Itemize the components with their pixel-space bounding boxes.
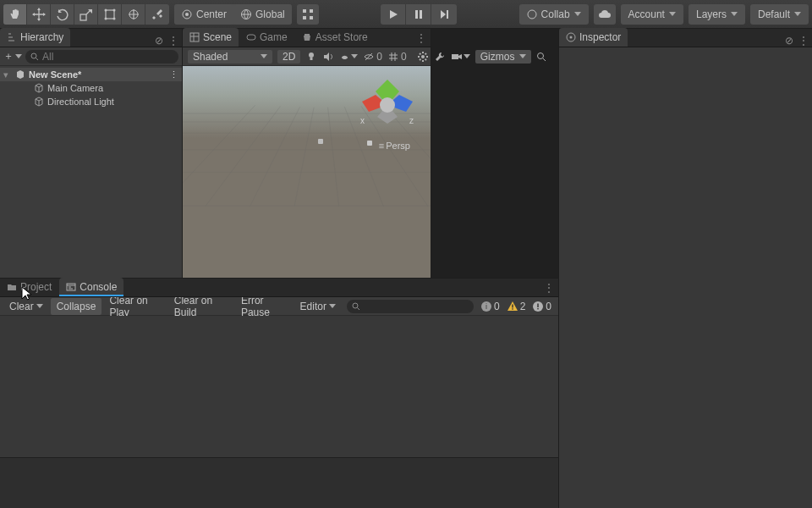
create-button[interactable]: ＋ <box>3 49 22 64</box>
svg-rect-19 <box>190 33 199 41</box>
cloud-button[interactable] <box>594 4 616 25</box>
hierarchy-icon <box>7 32 17 42</box>
camera-toggle[interactable] <box>451 49 470 64</box>
account-label: Account <box>628 8 665 20</box>
step-button[interactable] <box>431 4 457 25</box>
lighting-toggle[interactable] <box>305 49 317 64</box>
handle-rotation[interactable]: Global <box>233 4 292 25</box>
hand-tool[interactable] <box>3 4 27 25</box>
globe-icon <box>240 8 252 20</box>
inspector-body <box>559 47 812 508</box>
scale-tool[interactable] <box>74 4 98 25</box>
custom-tool[interactable] <box>145 4 169 25</box>
context-menu-icon[interactable]: ⋮ <box>168 35 178 47</box>
svg-rect-53 <box>538 308 539 309</box>
collapse-toggle[interactable]: Collapse <box>51 298 102 315</box>
context-menu-icon[interactable]: ⋮ <box>169 69 178 80</box>
tree-item[interactable]: Main Camera <box>0 81 182 95</box>
caret-icon <box>519 54 526 58</box>
eye-off-icon <box>363 51 375 63</box>
play-button[interactable] <box>381 4 406 25</box>
svg-rect-22 <box>310 58 313 60</box>
rotate-tool[interactable] <box>51 4 74 25</box>
svg-point-25 <box>538 52 544 58</box>
gizmos-dropdown[interactable]: Gizmos <box>475 50 532 64</box>
context-menu-icon[interactable]: ⋮ <box>415 32 427 44</box>
2d-toggle[interactable]: 2D <box>277 50 300 64</box>
svg-line-26 <box>183 105 255 207</box>
unity-logo-icon <box>15 69 25 80</box>
lock-icon[interactable]: ⊘ <box>155 35 163 47</box>
tools-icon <box>151 8 164 21</box>
scene-tabstrip: Scene Game Asset Store ⋮ <box>183 29 431 47</box>
collab-dropdown[interactable]: Collab <box>519 4 589 25</box>
camera-icon <box>451 51 463 63</box>
account-dropdown[interactable]: Account <box>621 4 683 25</box>
tree-item[interactable]: Directional Light <box>0 95 182 108</box>
lock-icon[interactable]: ⊘ <box>785 35 793 47</box>
tools-settings[interactable] <box>434 49 446 64</box>
layout-dropdown[interactable]: Default <box>750 4 809 25</box>
hidden-toggle[interactable]: 0 <box>363 49 382 64</box>
inspector-tabstrip: Inspector ⊘ ⋮ <box>559 29 812 47</box>
svg-rect-0 <box>80 14 86 20</box>
projection-toggle[interactable]: ≡ Persp <box>379 141 410 151</box>
snap-toggle[interactable] <box>297 4 319 25</box>
foldout-icon[interactable]: ▾ <box>3 69 12 80</box>
collapse-label: Collapse <box>57 301 96 312</box>
move-tool[interactable] <box>27 4 51 25</box>
snap-icon <box>301 8 315 21</box>
orientation-gizmo[interactable]: x z <box>357 75 418 135</box>
clear-button[interactable]: Clear <box>3 298 49 315</box>
grid-toggle[interactable]: 0 <box>387 49 407 64</box>
editor-dropdown[interactable]: Editor <box>294 298 342 315</box>
hierarchy-search[interactable]: All <box>25 50 178 64</box>
inspector-icon <box>566 32 576 42</box>
tab-console[interactable]: Console <box>59 278 123 296</box>
pause-button[interactable] <box>406 4 431 25</box>
console-toolbar: Clear Collapse Clear on Play Clear on Bu… <box>0 297 558 316</box>
context-menu-icon[interactable]: ⋮ <box>798 35 809 47</box>
console-search[interactable] <box>347 300 474 313</box>
scene-search[interactable] <box>536 49 546 64</box>
scene-panel: Scene Game Asset Store ⋮ Shaded <box>183 29 431 278</box>
shading-mode-dropdown[interactable]: Shaded <box>188 50 272 64</box>
error-pause-toggle[interactable]: Error Pause <box>235 298 293 315</box>
tab-inspector[interactable]: Inspector <box>559 28 628 47</box>
clear-on-build-toggle[interactable]: Clear on Build <box>168 298 233 315</box>
context-menu-icon[interactable]: ⋮ <box>543 282 555 294</box>
error-count-toggle[interactable]: 0 <box>529 299 555 314</box>
bottom-tabstrip: Project Console ⋮ <box>0 279 558 297</box>
tab-hierarchy[interactable]: Hierarchy <box>0 28 70 47</box>
warn-count-toggle[interactable]: 2 <box>503 299 529 314</box>
tab-scene[interactable]: Scene <box>183 28 239 47</box>
scene-row[interactable]: ▾ New Scene* ⋮ <box>0 68 182 81</box>
tab-asset-store-label: Asset Store <box>315 31 368 43</box>
gameobject-icon <box>34 83 44 93</box>
svg-line-27 <box>205 107 280 207</box>
transform-tool[interactable] <box>122 4 145 25</box>
console-log-list[interactable] <box>0 316 558 457</box>
camera-settings[interactable] <box>417 49 429 64</box>
info-count-toggle[interactable]: i 0 <box>477 299 503 314</box>
svg-point-4 <box>104 17 107 19</box>
handle-pivot[interactable]: Center <box>174 4 233 25</box>
console-detail-pane[interactable] <box>0 457 558 508</box>
gizmo-dot <box>367 141 372 146</box>
tab-console-label: Console <box>80 281 117 293</box>
layers-dropdown[interactable]: Layers <box>689 4 745 25</box>
clear-on-play-toggle[interactable]: Clear on Play <box>103 298 166 315</box>
tab-asset-store[interactable]: Asset Store <box>295 28 375 47</box>
svg-point-5 <box>112 17 115 19</box>
handle-pivot-label: Center <box>196 8 227 20</box>
move-icon <box>32 8 46 21</box>
tab-game[interactable]: Game <box>239 28 294 47</box>
rect-tool[interactable] <box>98 4 122 25</box>
play-controls <box>381 4 457 25</box>
fx-toggle[interactable] <box>339 49 358 64</box>
svg-point-18 <box>31 53 36 58</box>
scene-viewport[interactable]: x z ≡ Persp <box>183 66 431 278</box>
audio-toggle[interactable] <box>322 49 334 64</box>
tab-project[interactable]: Project <box>0 278 58 296</box>
console-icon <box>66 282 76 292</box>
